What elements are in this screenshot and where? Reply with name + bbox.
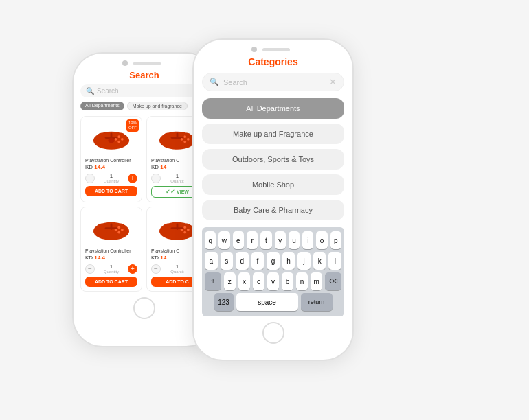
category-list: All Departments Make up and Fragrance Ou… bbox=[202, 98, 344, 220]
svg-point-20 bbox=[96, 224, 108, 237]
key-j[interactable]: j bbox=[297, 252, 311, 270]
keyboard-row-2: a s d f g h j k l bbox=[205, 252, 341, 270]
svg-point-34 bbox=[187, 229, 190, 231]
qty-number-4: 1 bbox=[164, 264, 191, 270]
categories-page-title: Categories bbox=[202, 56, 344, 67]
keyboard: q w e r t y u i o p a s d f g h bbox=[202, 227, 344, 316]
camera-right bbox=[251, 47, 257, 52]
add-to-cart-1[interactable]: ADD TO CART bbox=[85, 186, 137, 196]
filter-all[interactable]: All Departments bbox=[80, 102, 124, 110]
category-baby-care[interactable]: Baby Care & Pharmacy bbox=[202, 200, 344, 220]
product-name-3: Playstation Controller bbox=[85, 248, 137, 253]
svg-point-25 bbox=[121, 229, 124, 231]
camera-left bbox=[122, 60, 128, 66]
right-search-bar[interactable]: 🔍 Search ✕ bbox=[202, 73, 344, 91]
keyboard-row-3: ⇧ z x c v b n m ⌫ bbox=[205, 272, 341, 290]
key-d[interactable]: d bbox=[236, 252, 249, 270]
qty-number-1: 1 bbox=[98, 173, 125, 179]
key-v[interactable]: v bbox=[267, 272, 279, 290]
category-makeup[interactable]: Make up and Fragrance bbox=[202, 124, 344, 144]
svg-point-1 bbox=[96, 133, 108, 146]
space-key[interactable]: space bbox=[236, 293, 298, 311]
qty-plus-1[interactable]: + bbox=[128, 174, 137, 183]
speaker-right bbox=[262, 48, 290, 51]
svg-point-7 bbox=[115, 138, 117, 141]
svg-point-9 bbox=[108, 138, 114, 143]
discount-badge-1: 19%OFF bbox=[126, 119, 139, 132]
add-to-cart-3[interactable]: ADD TO CART bbox=[85, 277, 137, 287]
qty-minus-3[interactable]: − bbox=[85, 264, 95, 274]
search-page-title: Search +2 bbox=[80, 70, 208, 80]
key-t[interactable]: t bbox=[260, 231, 271, 249]
key-y[interactable]: y bbox=[275, 231, 286, 249]
qty-label-2: Quantit bbox=[164, 179, 191, 183]
key-h[interactable]: h bbox=[282, 252, 295, 270]
key-k[interactable]: k bbox=[313, 252, 326, 270]
delete-key[interactable]: ⌫ bbox=[325, 272, 341, 290]
key-f[interactable]: f bbox=[251, 252, 264, 270]
home-button-right[interactable] bbox=[262, 322, 284, 344]
svg-point-29 bbox=[162, 224, 174, 237]
key-c[interactable]: c bbox=[253, 272, 264, 290]
phones-container: Search +2 🔍 Search All Departments Make … bbox=[17, 18, 512, 402]
phone-bottom-right bbox=[194, 316, 352, 352]
key-e[interactable]: e bbox=[233, 231, 244, 249]
key-i[interactable]: i bbox=[302, 231, 313, 249]
keyboard-row-1: q w e r t y u i o p bbox=[205, 231, 341, 249]
svg-point-27 bbox=[117, 231, 120, 234]
key-w[interactable]: w bbox=[218, 231, 229, 249]
phone-right: Categories 🔍 Search ✕ All Departments Ma… bbox=[192, 38, 354, 361]
num-key[interactable]: 123 bbox=[214, 293, 234, 311]
quantity-row-3: − 1 Quantity + bbox=[85, 264, 137, 274]
key-x[interactable]: x bbox=[238, 272, 250, 290]
filter-row: All Departments Make up and fragrance bbox=[80, 102, 208, 110]
keyboard-row-4: 123 space return bbox=[205, 293, 341, 311]
product-card-3: Playstation Controller KD 14.4 − 1 Quant… bbox=[80, 207, 142, 292]
svg-point-15 bbox=[183, 135, 186, 138]
product-price-3: KD 14.4 bbox=[85, 255, 137, 261]
svg-point-26 bbox=[115, 229, 117, 231]
phone-top-right bbox=[194, 40, 352, 56]
search-icon-right: 🔍 bbox=[210, 78, 219, 86]
svg-point-17 bbox=[181, 138, 183, 141]
qty-label-3: Quantity bbox=[98, 270, 125, 274]
key-u[interactable]: u bbox=[289, 231, 300, 249]
shift-key[interactable]: ⇧ bbox=[205, 272, 221, 290]
right-phone-content: Categories 🔍 Search ✕ All Departments Ma… bbox=[194, 56, 352, 316]
key-z[interactable]: z bbox=[224, 272, 236, 290]
product-price-1: KD 14.4 bbox=[85, 164, 137, 170]
qty-minus-2[interactable]: − bbox=[151, 174, 161, 183]
qty-plus-3[interactable]: + bbox=[128, 264, 137, 274]
qty-number-3: 1 bbox=[98, 264, 125, 270]
qty-label-1: Quantity bbox=[98, 179, 125, 183]
search-placeholder-right: Search bbox=[223, 78, 329, 86]
key-n[interactable]: n bbox=[296, 272, 308, 290]
clear-search-icon[interactable]: ✕ bbox=[329, 77, 337, 87]
check-icon: ✓✓ bbox=[166, 189, 175, 195]
key-a[interactable]: a bbox=[205, 252, 218, 270]
left-search-bar[interactable]: 🔍 Search bbox=[80, 84, 208, 97]
qty-minus-1[interactable]: − bbox=[85, 174, 95, 183]
category-outdoors[interactable]: Outdoors, Sports & Toys bbox=[202, 149, 344, 170]
svg-point-33 bbox=[183, 226, 186, 229]
qty-number-2: 1 bbox=[164, 173, 191, 179]
svg-point-11 bbox=[162, 133, 174, 146]
return-key[interactable]: return bbox=[301, 293, 333, 311]
key-o[interactable]: o bbox=[316, 231, 327, 249]
qty-minus-4[interactable]: − bbox=[151, 264, 161, 274]
category-all-departments[interactable]: All Departments bbox=[202, 98, 344, 119]
key-p[interactable]: p bbox=[330, 231, 341, 249]
filter-makeup[interactable]: Make up and fragrance bbox=[127, 102, 188, 110]
svg-point-24 bbox=[117, 226, 120, 229]
key-r[interactable]: r bbox=[247, 231, 258, 249]
key-m[interactable]: m bbox=[311, 272, 322, 290]
key-b[interactable]: b bbox=[282, 272, 293, 290]
key-g[interactable]: g bbox=[267, 252, 280, 270]
home-button-left[interactable] bbox=[133, 297, 155, 319]
key-l[interactable]: l bbox=[328, 252, 341, 270]
key-s[interactable]: s bbox=[221, 252, 234, 270]
key-q[interactable]: q bbox=[205, 231, 216, 249]
category-mobile-shop[interactable]: Mobile Shop bbox=[202, 174, 344, 195]
product-name-1: Playstation Controller bbox=[85, 158, 137, 163]
quantity-row-1: − 1 Quantity + bbox=[85, 173, 137, 183]
